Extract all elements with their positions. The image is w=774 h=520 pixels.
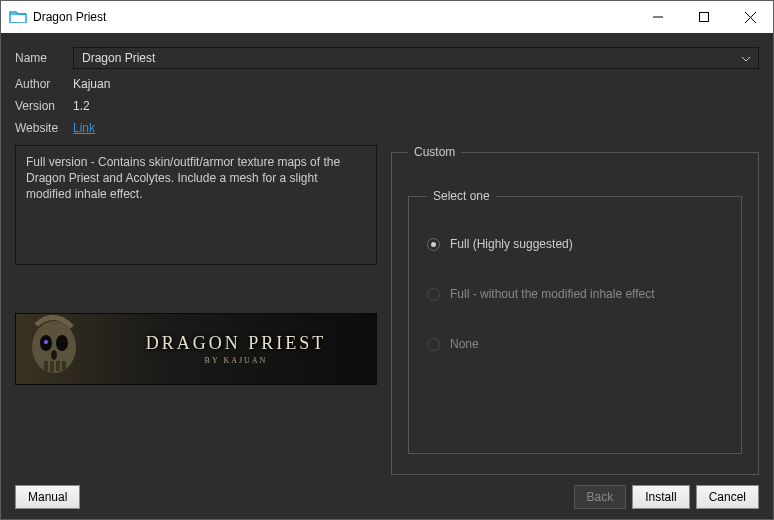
titlebar[interactable]: Dragon Priest: [1, 1, 773, 33]
custom-legend: Custom: [408, 145, 461, 159]
window-controls: [635, 1, 773, 33]
back-button: Back: [574, 485, 627, 509]
svg-rect-11: [62, 361, 66, 370]
window-title: Dragon Priest: [33, 10, 106, 24]
minimize-button[interactable]: [635, 1, 681, 33]
svg-rect-9: [50, 361, 54, 372]
svg-rect-10: [56, 361, 60, 371]
option-label: Full - without the modified inhale effec…: [450, 287, 655, 301]
cancel-button[interactable]: Cancel: [696, 485, 759, 509]
option-full[interactable]: Full (Highly suggested): [427, 237, 723, 251]
manual-button[interactable]: Manual: [15, 485, 80, 509]
chevron-down-icon: [742, 51, 750, 65]
option-label: Full (Highly suggested): [450, 237, 573, 251]
select-one-legend: Select one: [427, 189, 496, 203]
option-none[interactable]: None: [427, 337, 723, 351]
footer: Manual Back Install Cancel: [15, 485, 759, 509]
name-select-value: Dragon Priest: [82, 51, 155, 65]
radio-icon: [427, 338, 440, 351]
author-label: Author: [15, 77, 73, 91]
content-area: Name Dragon Priest Author Kajuan Version…: [1, 33, 773, 519]
installer-window: Dragon Priest Name Dragon Priest: [0, 0, 774, 520]
folder-icon: [9, 9, 27, 26]
description-box: Full version - Contains skin/outfit/armo…: [15, 145, 377, 265]
radio-icon: [427, 238, 440, 251]
custom-fieldset: Custom Select one Full (Highly suggested…: [391, 145, 759, 475]
website-label: Website: [15, 121, 73, 135]
website-link[interactable]: Link: [73, 121, 95, 135]
skull-image: [16, 313, 96, 385]
select-one-fieldset: Select one Full (Highly suggested) Full …: [408, 189, 742, 454]
author-value: Kajuan: [73, 77, 110, 91]
svg-rect-8: [44, 361, 48, 371]
maximize-button[interactable]: [681, 1, 727, 33]
name-label: Name: [15, 51, 73, 65]
version-value: 1.2: [73, 99, 90, 113]
banner-title: DRAGON PRIEST: [96, 333, 376, 354]
svg-rect-1: [700, 13, 709, 22]
radio-icon: [427, 288, 440, 301]
svg-point-6: [56, 335, 68, 351]
option-label: None: [450, 337, 479, 351]
install-button[interactable]: Install: [632, 485, 689, 509]
version-label: Version: [15, 99, 73, 113]
close-button[interactable]: [727, 1, 773, 33]
svg-point-12: [51, 350, 57, 360]
name-select[interactable]: Dragon Priest: [73, 47, 759, 69]
svg-point-7: [44, 340, 48, 344]
banner-subtitle: BY KAJUAN: [96, 356, 376, 365]
mod-banner: DRAGON PRIEST BY KAJUAN: [15, 313, 377, 385]
option-full-no-inhale[interactable]: Full - without the modified inhale effec…: [427, 287, 723, 301]
